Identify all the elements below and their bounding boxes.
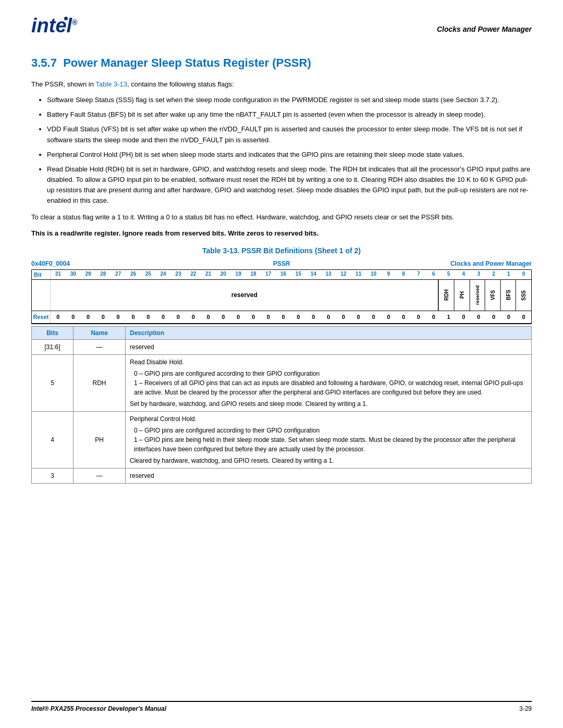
- page-footer: Intel® PXA255 Processor Developer's Manu…: [31, 701, 532, 712]
- list-item: Software Sleep Status (SSS) flag is set …: [47, 95, 532, 105]
- table-title: Table 3-13. PSSR Bit Definitions (Sheet …: [31, 246, 532, 255]
- rv-24: 0: [156, 311, 171, 323]
- rv-17: 0: [261, 311, 276, 323]
- name-cell: PH: [74, 411, 126, 468]
- bit-20: 20: [216, 270, 231, 279]
- rv-27: 0: [111, 311, 126, 323]
- bit-30: 30: [66, 270, 81, 279]
- bit-22: 22: [186, 270, 201, 279]
- bold-note: This is a read/write register. Ignore re…: [31, 229, 532, 237]
- bit-numbers: 31 30 29 28 27 26 25 24 23 22 21 20 19 1…: [51, 270, 531, 279]
- bits-cell: 5: [32, 354, 74, 411]
- desc-cell: reserved: [126, 339, 532, 354]
- table-row: 3 — reserved: [32, 468, 532, 483]
- register-visual-row: reserved RDH PH reserved VFS BFS SSS: [32, 280, 531, 311]
- table-row: 5 RDH Read Disable Hold. 0 – GPIO pins a…: [32, 354, 532, 411]
- bits-cell: [31:6]: [32, 339, 74, 354]
- rv-13: 0: [321, 311, 336, 323]
- list-item: Read Disable Hold (RDH) bit is set in ha…: [47, 164, 532, 206]
- bit-3: 3: [471, 270, 486, 279]
- page: intel® Clocks and Power Manager 3.5.7 Po…: [0, 0, 563, 728]
- rv-18: 0: [246, 311, 261, 323]
- reset-label: Reset: [32, 311, 51, 323]
- bit-1: 1: [501, 270, 516, 279]
- name-cell: RDH: [74, 354, 126, 411]
- bit-15: 15: [291, 270, 306, 279]
- bit-6: 6: [426, 270, 441, 279]
- rv-9: 0: [381, 311, 396, 323]
- bit-14: 14: [306, 270, 321, 279]
- sss-cell: SSS: [516, 280, 531, 311]
- rv-19: 0: [231, 311, 246, 323]
- col-description: Description: [126, 326, 532, 339]
- name-cell: —: [74, 468, 126, 483]
- bit-21: 21: [201, 270, 216, 279]
- table-ref-link[interactable]: Table 3-13: [95, 80, 127, 88]
- rv-0: 0: [516, 311, 531, 323]
- bit-7: 7: [411, 270, 426, 279]
- col-name: Name: [74, 326, 126, 339]
- reg-header-row: 0x40F0_0004 PSSR Clocks and Power Manage…: [31, 260, 532, 267]
- bits-cell: 3: [32, 468, 74, 483]
- reserved-block: reserved: [51, 280, 438, 311]
- footer-right: 3-29: [519, 705, 532, 712]
- reset-values: 0 0 0 0 0 0 0 0 0 0 0 0 0 0 0 0 0: [51, 311, 531, 323]
- rv-20: 0: [216, 311, 231, 323]
- rv-22: 0: [186, 311, 201, 323]
- desc-cell: Peripheral Control Hold. 0 – GPIO pins a…: [126, 411, 532, 468]
- register-cells: reserved RDH PH reserved VFS BFS SSS: [51, 280, 531, 311]
- page-header: intel® Clocks and Power Manager: [0, 0, 563, 41]
- reg-address: 0x40F0_0004: [31, 260, 198, 267]
- bit-31: 31: [51, 270, 66, 279]
- ph-cell: PH: [454, 280, 470, 311]
- rv-8: 0: [396, 311, 411, 323]
- rv-7: 0: [411, 311, 426, 323]
- name-cell: —: [74, 339, 126, 354]
- chapter-title: Clocks and Power Manager: [437, 25, 532, 33]
- rv-15: 0: [291, 311, 306, 323]
- intro-paragraph: The PSSR, shown in Table 3-13, contains …: [31, 79, 532, 90]
- rv-26: 0: [126, 311, 141, 323]
- list-item: VDD Fault Status (VFS) bit is set after …: [47, 124, 532, 145]
- rv-3: 0: [471, 311, 486, 323]
- bit-11: 11: [351, 270, 366, 279]
- bfs-cell: BFS: [500, 280, 516, 311]
- bit-19: 19: [231, 270, 246, 279]
- bit-24: 24: [156, 270, 171, 279]
- desc-cell: reserved: [126, 468, 532, 483]
- bit-8: 8: [396, 270, 411, 279]
- bit-numbers-row: Bit 31 30 29 28 27 26 25 24 23 22 21 20 …: [32, 270, 531, 280]
- intel-logo: intel®: [31, 16, 77, 35]
- footer-left: Intel® PXA255 Processor Developer's Manu…: [31, 705, 166, 712]
- bit-25: 25: [141, 270, 156, 279]
- bit-23: 23: [171, 270, 186, 279]
- bit-29: 29: [81, 270, 96, 279]
- bit-10: 10: [366, 270, 381, 279]
- col-bits: Bits: [32, 326, 74, 339]
- bit-label: Bit: [32, 270, 51, 279]
- rv-28: 0: [95, 311, 111, 323]
- reg-module: Clocks and Power Manager: [365, 260, 532, 267]
- bit-4: 4: [456, 270, 471, 279]
- vfs-cell: VFS: [485, 280, 500, 311]
- bit-0: 0: [516, 270, 531, 279]
- reg-name: PSSR: [198, 260, 365, 267]
- rv-30: 0: [66, 311, 81, 323]
- register-visual-label: [32, 280, 51, 311]
- bit-16: 16: [276, 270, 291, 279]
- rv-21: 0: [201, 311, 216, 323]
- bit-17: 17: [261, 270, 276, 279]
- bit-12: 12: [336, 270, 351, 279]
- bit-27: 27: [111, 270, 126, 279]
- rv-1: 0: [501, 311, 516, 323]
- bit-2: 2: [486, 270, 501, 279]
- clear-text: To clear a status flag write a 1 to it. …: [31, 212, 532, 223]
- bullet-list: Software Sleep Status (SSS) flag is set …: [47, 95, 532, 206]
- table-row: 4 PH Peripheral Control Hold. 0 – GPIO p…: [32, 411, 532, 468]
- bit-18: 18: [246, 270, 261, 279]
- desc-cell: Read Disable Hold. 0 – GPIO pins are con…: [126, 354, 532, 411]
- rv-10: 0: [366, 311, 381, 323]
- list-item: Peripheral Control Hold (PH) bit is set …: [47, 150, 532, 160]
- rv-5: 1: [441, 311, 456, 323]
- table-row: [31:6] — reserved: [32, 339, 532, 354]
